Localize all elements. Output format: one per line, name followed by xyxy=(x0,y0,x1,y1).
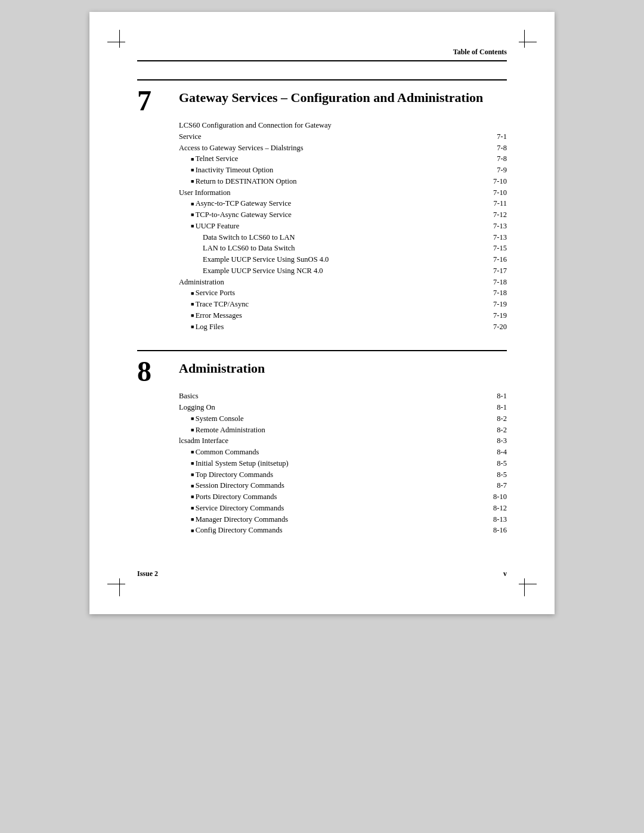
toc-entry: Access to Gateway Services – Dialstrings… xyxy=(179,143,507,154)
chapter-header-1: 8Administration xyxy=(137,357,507,386)
entry-text: Basics xyxy=(179,391,483,402)
header-title: Table of Contents xyxy=(453,48,507,57)
toc-entry: Ports Directory Commands8-10 xyxy=(179,491,507,503)
toc-entry: Top Directory Commands8-5 xyxy=(179,469,507,481)
entry-text: Example UUCP Service Using NCR 4.0 xyxy=(179,265,483,277)
entry-text: Trace TCP/Async xyxy=(179,299,483,310)
entry-page: 8-5 xyxy=(483,469,507,481)
toc-entries-1: Basics8-1Logging On8-1System Console8-2R… xyxy=(179,391,507,536)
toc-entry: Trace TCP/Async7-19 xyxy=(179,299,507,310)
page-header: Table of Contents xyxy=(137,48,507,61)
entry-page: 7-8 xyxy=(483,143,507,154)
entry-page: 8-7 xyxy=(483,480,507,491)
corner-mark-tl-h xyxy=(107,42,125,42)
entry-page: 8-16 xyxy=(483,525,507,536)
entry-page: 7-15 xyxy=(483,243,507,254)
entry-page: 7-1 xyxy=(483,131,507,143)
entry-text: LAN to LCS60 to Data Switch xyxy=(179,243,483,254)
toc-entry: lcsadm Interface8-3 xyxy=(179,435,507,447)
toc-entry: LCS60 Configuration and Connection for G… xyxy=(179,120,507,131)
entry-page: 7-13 xyxy=(483,232,507,243)
entry-page: 8-2 xyxy=(483,413,507,425)
entry-text: UUCP Feature xyxy=(179,221,483,232)
corner-mark-tr-v xyxy=(524,30,525,48)
entry-text: Logging On xyxy=(179,402,483,413)
entry-page: 7-9 xyxy=(483,165,507,176)
entry-text: lcsadm Interface xyxy=(179,435,483,447)
entry-page: 8-1 xyxy=(483,402,507,413)
page-footer: Issue 2 v xyxy=(137,569,507,578)
toc-entry: Remote Administration8-2 xyxy=(179,425,507,436)
toc-entry: Service7-1 xyxy=(179,131,507,143)
toc-entry: Error Messages7-19 xyxy=(179,310,507,321)
toc-entry: Inactivity Timeout Option7-9 xyxy=(179,165,507,176)
corner-mark-br-v xyxy=(524,578,525,596)
chapter-section-0: 7Gateway Services – Configuration and Ad… xyxy=(137,79,507,332)
toc-entry: Logging On8-1 xyxy=(179,402,507,413)
toc-entry: Service Ports7-18 xyxy=(179,287,507,299)
chapter-title-0: Gateway Services – Configuration and Adm… xyxy=(179,86,483,106)
entry-text: Initial System Setup (initsetup) xyxy=(179,458,483,469)
entry-text: System Console xyxy=(179,413,483,425)
toc-entries-0: LCS60 Configuration and Connection for G… xyxy=(179,120,507,332)
toc-entry: Initial System Setup (initsetup)8-5 xyxy=(179,458,507,469)
toc-entry: Return to DESTINATION Option7-10 xyxy=(179,176,507,187)
entry-page: 7-11 xyxy=(483,198,507,209)
entry-text: Data Switch to LCS60 to LAN xyxy=(179,232,483,243)
entry-page: 8-12 xyxy=(483,503,507,514)
toc-entry: UUCP Feature7-13 xyxy=(179,221,507,232)
entry-text: Top Directory Commands xyxy=(179,469,483,481)
entry-text: Error Messages xyxy=(179,310,483,321)
entry-text: Common Commands xyxy=(179,447,483,458)
entry-text: Example UUCP Service Using SunOS 4.0 xyxy=(179,254,483,265)
entry-text: LCS60 Configuration and Connection for G… xyxy=(179,120,483,131)
footer-page-number: v xyxy=(503,569,507,578)
entry-page: 8-5 xyxy=(483,458,507,469)
entry-page: 8-2 xyxy=(483,425,507,436)
corner-mark-br-h xyxy=(519,584,537,584)
toc-entry: Example UUCP Service Using NCR 4.07-17 xyxy=(179,265,507,277)
entry-page: 7-18 xyxy=(483,287,507,299)
entry-page: 8-4 xyxy=(483,447,507,458)
corner-mark-bl-v xyxy=(119,578,120,596)
toc-entry: Data Switch to LCS60 to LAN7-13 xyxy=(179,232,507,243)
toc-entry: Config Directory Commands8-16 xyxy=(179,525,507,536)
entry-text: Async-to-TCP Gateway Service xyxy=(179,198,483,209)
chapter-header-0: 7Gateway Services – Configuration and Ad… xyxy=(137,86,507,115)
entry-page: 7-17 xyxy=(483,265,507,277)
toc-entry: User Information7-10 xyxy=(179,187,507,199)
entry-page: 7-18 xyxy=(483,277,507,288)
entry-page: 7-19 xyxy=(483,299,507,310)
toc-entry: System Console8-2 xyxy=(179,413,507,425)
entry-text: Service xyxy=(179,131,483,143)
corner-mark-tr-h xyxy=(519,42,537,42)
chapters-container: 7Gateway Services – Configuration and Ad… xyxy=(137,79,507,536)
entry-page: 8-1 xyxy=(483,391,507,402)
entry-page: 8-13 xyxy=(483,514,507,525)
entry-text: Config Directory Commands xyxy=(179,525,483,536)
toc-entry: TCP-to-Async Gateway Service7-12 xyxy=(179,209,507,221)
entry-page: 7-8 xyxy=(483,153,507,165)
entry-page: 7-10 xyxy=(483,176,507,187)
chapter-section-1: 8AdministrationBasics8-1Logging On8-1Sys… xyxy=(137,350,507,536)
toc-entry: Common Commands8-4 xyxy=(179,447,507,458)
entry-text: Manager Directory Commands xyxy=(179,514,483,525)
toc-entry: Administration7-18 xyxy=(179,277,507,288)
entry-text: Return to DESTINATION Option xyxy=(179,176,483,187)
entry-text: Inactivity Timeout Option xyxy=(179,165,483,176)
entry-text: Remote Administration xyxy=(179,425,483,436)
entry-text: Telnet Service xyxy=(179,153,483,165)
entry-page: 7-13 xyxy=(483,221,507,232)
toc-entry: Session Directory Commands8-7 xyxy=(179,480,507,491)
entry-page: 7-12 xyxy=(483,209,507,221)
corner-mark-tl-v xyxy=(119,30,120,48)
entry-page: 7-20 xyxy=(483,321,507,333)
entry-page: 8-3 xyxy=(483,435,507,447)
corner-mark-bl-h xyxy=(107,584,125,584)
entry-page: 7-19 xyxy=(483,310,507,321)
chapter-number-1: 8 xyxy=(137,357,167,386)
toc-entry: Async-to-TCP Gateway Service7-11 xyxy=(179,198,507,209)
page: Table of Contents 7Gateway Services – Co… xyxy=(89,12,555,614)
footer-issue: Issue 2 xyxy=(137,569,158,578)
chapter-title-1: Administration xyxy=(179,357,265,376)
